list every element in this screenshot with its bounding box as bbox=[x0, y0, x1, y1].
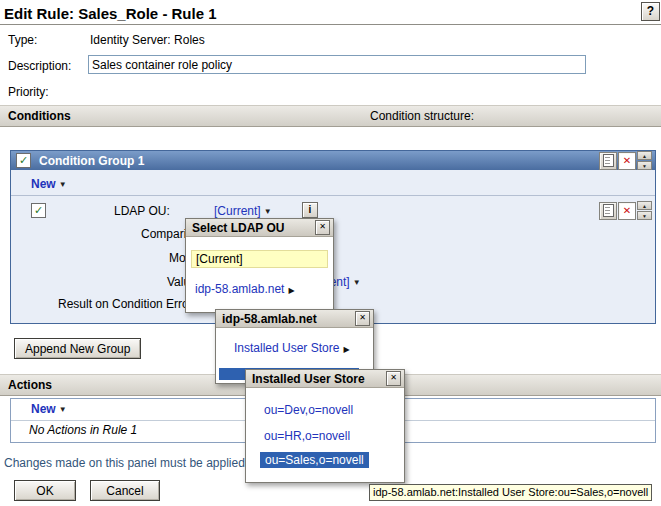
delete-condition-button[interactable]: ✕ bbox=[618, 202, 636, 220]
move-group-up-button[interactable]: ▲ bbox=[637, 151, 652, 160]
arrow-down-icon: ▼ bbox=[642, 163, 647, 169]
arrow-down-icon: ▼ bbox=[642, 213, 647, 219]
description-input[interactable] bbox=[88, 55, 586, 74]
new-menu-divider bbox=[11, 195, 655, 196]
title-divider bbox=[0, 24, 661, 25]
popup-header: Installed User Store ✕ bbox=[246, 370, 404, 388]
menu-item-idp-server[interactable]: idp-58.amlab.net▶ bbox=[195, 282, 295, 296]
popup-title: idp-58.amlab.net bbox=[222, 312, 317, 326]
menu-item-label: [Current] bbox=[196, 252, 243, 266]
installed-user-store-popup: Installed User Store ✕ ou=Dev,o=novell o… bbox=[245, 369, 405, 483]
conditions-section-bar: Conditions Condition structure: bbox=[0, 105, 661, 127]
move-condition-down-button[interactable]: ▼ bbox=[637, 211, 652, 220]
result-on-error-label: Result on Condition Error: bbox=[58, 297, 196, 311]
cancel-button[interactable]: Cancel bbox=[90, 480, 160, 501]
chevron-down-icon: ▼ bbox=[353, 278, 361, 287]
submenu-arrow-icon: ▶ bbox=[288, 286, 294, 295]
page-title: Edit Rule: Sales_Role - Rule 1 bbox=[4, 5, 217, 22]
info-icon: i bbox=[309, 204, 312, 215]
type-label: Type: bbox=[8, 33, 37, 47]
delete-icon: ✕ bbox=[623, 155, 631, 166]
actions-new-menu[interactable]: New▼ bbox=[31, 402, 67, 416]
submenu-arrow-icon: ▶ bbox=[343, 345, 349, 354]
move-group-down-button[interactable]: ▼ bbox=[637, 161, 652, 170]
check-icon: ✓ bbox=[19, 154, 28, 166]
copy-icon bbox=[603, 204, 614, 217]
delete-icon: ✕ bbox=[623, 205, 631, 216]
no-actions-text: No Actions in Rule 1 bbox=[29, 423, 137, 437]
chevron-down-icon: ▼ bbox=[59, 180, 67, 189]
select-ldap-ou-popup: Select LDAP OU ✕ [Current] idp-58.amlab.… bbox=[185, 218, 334, 313]
edit-rule-panel: Edit Rule: Sales_Role - Rule 1 ? Type: I… bbox=[0, 0, 661, 506]
ok-button[interactable]: OK bbox=[14, 480, 76, 501]
actions-bar-label: Actions bbox=[0, 378, 52, 392]
copy-icon bbox=[603, 154, 614, 167]
condition-group-checkbox[interactable]: ✓ bbox=[16, 153, 31, 168]
menu-item-label: ou=Dev,o=novell bbox=[264, 403, 353, 417]
check-icon: ✓ bbox=[34, 204, 43, 216]
conditions-new-label: New bbox=[31, 177, 56, 191]
condition-group-header: ✓ Condition Group 1 ✕ ▲ ▼ bbox=[11, 151, 655, 170]
conditions-bar-label: Conditions bbox=[0, 109, 71, 123]
chevron-down-icon: ▼ bbox=[264, 207, 272, 216]
menu-item-label: Installed User Store bbox=[234, 341, 339, 355]
popup-header: Select LDAP OU ✕ bbox=[186, 219, 333, 237]
menu-item-installed-user-store[interactable]: Installed User Store▶ bbox=[234, 341, 350, 355]
arrow-up-icon: ▲ bbox=[642, 153, 647, 159]
popup-title: Select LDAP OU bbox=[192, 221, 284, 235]
conditions-new-menu[interactable]: New▼ bbox=[31, 177, 67, 191]
close-icon[interactable]: ✕ bbox=[386, 371, 401, 386]
chevron-down-icon: ▼ bbox=[59, 405, 67, 414]
ldap-ou-value: [Current] bbox=[214, 204, 261, 218]
menu-item-label: idp-58.amlab.net bbox=[195, 282, 284, 296]
menu-item-label: ou=HR,o=novell bbox=[264, 429, 350, 443]
condition-checkbox[interactable]: ✓ bbox=[31, 203, 46, 218]
selection-tooltip: idp-58.amlab.net:Installed User Store:ou… bbox=[369, 484, 652, 501]
condition-structure-label: Condition structure: bbox=[370, 109, 474, 123]
popup-header: idp-58.amlab.net ✕ bbox=[216, 310, 373, 328]
arrow-up-icon: ▲ bbox=[642, 203, 647, 209]
move-condition-up-button[interactable]: ▲ bbox=[637, 201, 652, 210]
apply-changes-note: Changes made on this panel must be appli… bbox=[4, 456, 245, 470]
ldap-ou-dropdown[interactable]: [Current]▼ bbox=[214, 204, 272, 218]
type-value: Identity Server: Roles bbox=[90, 33, 205, 47]
menu-item-ou-hr[interactable]: ou=HR,o=novell bbox=[264, 429, 350, 443]
condition-controls: ✕ ▲ ▼ bbox=[599, 201, 652, 220]
menu-item-label: ou=Sales,o=novell bbox=[265, 453, 364, 467]
close-icon[interactable]: ✕ bbox=[355, 311, 370, 326]
ldap-ou-label: LDAP OU: bbox=[114, 204, 170, 218]
menu-item-ou-dev[interactable]: ou=Dev,o=novell bbox=[264, 403, 353, 417]
copy-condition-button[interactable] bbox=[599, 202, 617, 220]
menu-item-ou-sales-selected[interactable]: ou=Sales,o=novell bbox=[260, 452, 369, 468]
menu-item-current[interactable]: [Current] bbox=[191, 250, 328, 268]
info-button[interactable]: i bbox=[302, 202, 318, 218]
popup-title: Installed User Store bbox=[252, 372, 365, 386]
copy-condition-group-button[interactable] bbox=[599, 152, 617, 170]
condition-group-controls: ✕ ▲ ▼ bbox=[599, 151, 652, 170]
help-button[interactable]: ? bbox=[641, 2, 660, 21]
priority-label: Priority: bbox=[8, 85, 49, 99]
delete-condition-group-button[interactable]: ✕ bbox=[618, 152, 636, 170]
actions-new-label: New bbox=[31, 402, 56, 416]
close-icon[interactable]: ✕ bbox=[315, 220, 330, 235]
condition-group-move-controls: ▲ ▼ bbox=[637, 151, 652, 170]
condition-move-controls: ▲ ▼ bbox=[637, 201, 652, 220]
condition-group-title: Condition Group 1 bbox=[39, 154, 144, 168]
description-label: Description: bbox=[8, 59, 71, 73]
append-new-group-button[interactable]: Append New Group bbox=[14, 338, 141, 359]
